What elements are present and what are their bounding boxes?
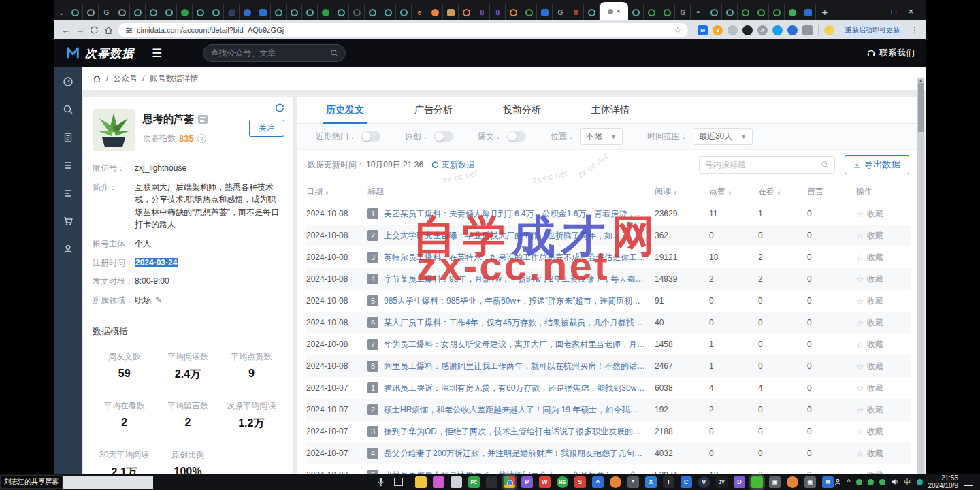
article-title-link[interactable]: 华为员工爆料：女朋友听父母建议，离开大厂，回老家村里当老师，月薪1500... bbox=[384, 339, 645, 350]
browser-tab[interactable] bbox=[130, 4, 146, 20]
extension-icon[interactable]: A bbox=[757, 25, 768, 35]
notification-center-icon[interactable] bbox=[964, 478, 973, 486]
taskbar-app-icon[interactable]: * bbox=[627, 476, 639, 488]
title-search-input[interactable]: 号内搜标题 bbox=[699, 156, 835, 174]
people-icon[interactable] bbox=[834, 478, 842, 486]
new-tab-button[interactable]: + bbox=[816, 6, 833, 20]
browser-tab[interactable] bbox=[161, 4, 177, 20]
browser-tab[interactable] bbox=[506, 4, 521, 20]
forward-icon[interactable]: → bbox=[76, 25, 84, 35]
contact-us-button[interactable]: 联系我们 bbox=[866, 47, 915, 59]
bookmark-star-icon[interactable]: ☆ bbox=[674, 25, 681, 35]
browser-tab[interactable] bbox=[208, 4, 224, 20]
taskbar-app-icon[interactable]: S bbox=[574, 476, 586, 488]
taskbar-app-icon[interactable]: PC bbox=[468, 476, 480, 488]
filter-select[interactable]: 最近30天▼ bbox=[693, 128, 753, 145]
site-settings-icon[interactable] bbox=[125, 27, 133, 34]
favorite-button[interactable]: ☆收藏 bbox=[856, 230, 911, 242]
browser-tab[interactable] bbox=[365, 4, 380, 20]
browser-tab[interactable] bbox=[706, 4, 722, 20]
minimize-button[interactable]: – bbox=[875, 7, 879, 16]
taskbar-app-icon[interactable] bbox=[787, 476, 798, 488]
microphone-icon[interactable] bbox=[378, 477, 384, 487]
list-icon[interactable] bbox=[63, 160, 74, 171]
browser-tab[interactable] bbox=[738, 4, 753, 20]
taskbar-clock[interactable]: 21:55 2024/10/9 bbox=[928, 474, 959, 490]
browser-tab[interactable] bbox=[255, 4, 271, 20]
browser-tab[interactable] bbox=[584, 4, 600, 20]
article-title-link[interactable]: 岳父分给妻子200万拆迁款，并注明是婚前财产！我跟朋友抱怨了几句，结果... bbox=[384, 448, 645, 459]
favorite-button[interactable]: ☆收藏 bbox=[856, 295, 911, 307]
taskbar-app-icon[interactable]: P bbox=[521, 476, 533, 488]
browser-tab[interactable] bbox=[349, 4, 365, 20]
user-icon[interactable] bbox=[63, 244, 74, 255]
browser-tab[interactable] bbox=[521, 4, 537, 20]
taskbar-app-icon[interactable]: HS bbox=[557, 476, 568, 488]
follow-button[interactable]: 关注 bbox=[249, 120, 284, 137]
taskbar-app-icon[interactable]: D bbox=[734, 476, 745, 488]
menu-toggle-icon[interactable]: ☰ bbox=[152, 46, 162, 61]
filter-select[interactable]: 不限▼ bbox=[580, 128, 623, 145]
maximize-button[interactable]: □ bbox=[892, 7, 896, 16]
toggle-switch[interactable] bbox=[361, 131, 380, 142]
browser-tab[interactable]: e bbox=[412, 4, 427, 20]
sort-icon[interactable]: ▲▼ bbox=[777, 191, 781, 196]
favorite-button[interactable]: ☆收藏 bbox=[856, 382, 911, 394]
tab-close-icon[interactable]: × bbox=[616, 7, 620, 15]
sort-icon[interactable]: ▲▼ bbox=[728, 191, 732, 196]
close-button[interactable]: × bbox=[909, 7, 913, 16]
address-bar[interactable]: cimidata.com/account/detail?bid=AQb9zGGj… bbox=[118, 23, 688, 37]
browser-tab[interactable] bbox=[769, 4, 785, 20]
taskbar-app-icon[interactable]: JY bbox=[716, 476, 728, 488]
task-view-icon[interactable] bbox=[394, 478, 403, 486]
extension-icon[interactable]: 3 bbox=[713, 25, 723, 35]
browser-tab[interactable] bbox=[628, 4, 644, 20]
extension-icon[interactable] bbox=[742, 25, 753, 35]
dashboard-icon[interactable] bbox=[63, 76, 74, 87]
taskbar-app-icon[interactable]: T bbox=[663, 476, 674, 488]
tray-app-icon[interactable] bbox=[879, 479, 885, 485]
browser-tab[interactable] bbox=[644, 4, 659, 20]
taskbar-app-icon[interactable]: V bbox=[698, 476, 710, 488]
browser-menu-icon[interactable]: ⋮ bbox=[911, 25, 919, 35]
browser-tab[interactable] bbox=[302, 4, 318, 20]
taskbar-app-icon[interactable]: C bbox=[681, 476, 692, 488]
tray-expand-icon[interactable]: ^ bbox=[847, 478, 851, 486]
home-icon[interactable] bbox=[104, 26, 113, 35]
article-title-link[interactable]: 上交大学研究生自曝：毕业后找大厂的工作，也折腾了两年，如... bbox=[384, 230, 619, 242]
browser-tab[interactable] bbox=[722, 4, 738, 20]
favorite-button[interactable]: ☆收藏 bbox=[856, 252, 911, 263]
article-title-link[interactable]: 字节某员工爆料：95年，月薪7w，年薪84w，2年工资没涨了，每天都感觉好... bbox=[384, 274, 645, 285]
taskbar-app-icon[interactable]: X bbox=[645, 476, 657, 488]
taskbar-app-icon[interactable]: ▣ bbox=[804, 476, 816, 488]
favorite-button[interactable]: ☆收藏 bbox=[856, 361, 911, 372]
extension-icon[interactable]: M bbox=[698, 25, 708, 35]
taskbar-app-icon[interactable] bbox=[486, 476, 497, 488]
toggle-switch[interactable] bbox=[434, 131, 453, 142]
browser-tab[interactable]: 8 bbox=[490, 4, 506, 20]
chrome-update-button[interactable]: 重新启动即可更新 bbox=[840, 23, 905, 37]
browser-tab[interactable] bbox=[224, 4, 240, 20]
browser-tab[interactable] bbox=[785, 4, 800, 20]
browser-tab[interactable] bbox=[459, 4, 474, 20]
cart-icon[interactable] bbox=[63, 216, 74, 227]
home-breadcrumb-icon[interactable] bbox=[93, 74, 101, 83]
tray-app-icon[interactable] bbox=[856, 479, 862, 485]
browser-tab[interactable] bbox=[287, 4, 302, 20]
column-header[interactable]: 点赞▲▼ bbox=[709, 186, 758, 197]
extension-icon[interactable] bbox=[802, 25, 813, 35]
article-title-link[interactable]: 阿里员工爆料：感谢阿里让我工作两年，就可以在杭州买房！不然的话，靠家... bbox=[384, 361, 645, 372]
browser-tab[interactable] bbox=[114, 4, 130, 20]
profile-avatar[interactable] bbox=[824, 25, 834, 35]
scrollbar-up-arrow[interactable]: ▲ bbox=[917, 78, 924, 82]
browser-tab[interactable]: G bbox=[99, 4, 114, 20]
help-icon[interactable]: ? bbox=[197, 134, 206, 143]
browser-tab[interactable] bbox=[67, 4, 83, 20]
browser-tab[interactable] bbox=[83, 4, 99, 20]
favorite-button[interactable]: ☆收藏 bbox=[856, 208, 911, 220]
taskbar-app-icon[interactable] bbox=[751, 476, 763, 488]
profile-refresh-icon[interactable] bbox=[275, 103, 284, 113]
global-search-input[interactable]: 查找公众号、文章 bbox=[203, 44, 346, 62]
article-title-link[interactable]: 英特尔员工爆料：在英特尔，如果谁的工作总是完不成，会评估是你工作量太... bbox=[384, 252, 645, 263]
column-header[interactable]: 在看▲▼ bbox=[758, 186, 807, 197]
